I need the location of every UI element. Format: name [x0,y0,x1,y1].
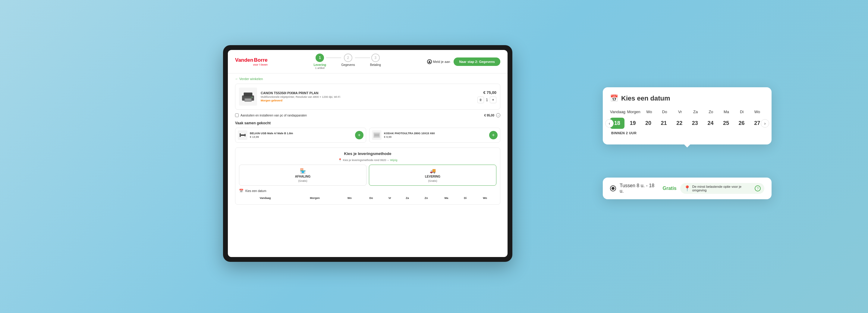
login-label: Meld je aan [433,60,450,64]
cal-date-19[interactable]: 19 [626,118,640,129]
cal-date-24[interactable]: 24 [704,118,718,129]
related-info-0: BELKIN USB Male A/ Male B 1.8m € 13,99 [250,132,352,138]
cal-date-23[interactable]: 23 [688,118,702,129]
logo: Vanden Borre voor 't leven [235,57,268,66]
calendar-icon: 📅 [610,95,618,102]
step-1-sublabel: 1 artikel [315,67,325,70]
qty-value: 1 [486,98,488,102]
svg-point-6 [251,97,252,98]
day-wo2: Wo [750,108,764,115]
samen-gekocht-title: Vaak samen gekocht [235,121,500,125]
eco-badge: 📍 De minst belastende optie voor je omge… [680,183,764,194]
svg-point-0 [429,61,430,62]
col-za: Za [398,195,417,201]
afhaling-option[interactable]: 🏪 AFHALING (Gratis) [239,165,367,186]
calendar-header: 📅 Kies een datum [610,95,764,102]
printer-icon [241,91,255,103]
binnen-label: BINNEN 2 UUR [610,131,764,135]
svg-rect-10 [244,134,246,136]
back-link[interactable]: ← Verder winkelen [235,77,500,81]
day-do: Do [658,108,672,115]
logo-vanden: Vanden [235,57,253,63]
time-label: Tussen 8 u. - 18 u. [620,183,658,194]
product-title: CANON TS5350I PIXMA PRINT PLAN [261,91,474,95]
svg-point-7 [252,97,253,98]
cal-nav-left[interactable]: ‹ [605,119,614,128]
add-related-1-button[interactable]: + [489,131,498,139]
day-zo: Zo [704,108,718,115]
related-img-1 [372,130,381,140]
service-row: Aansluiten en installeren van pc of rand… [235,113,500,117]
qty-controls: 🗑 1 + [477,97,496,103]
col-vandaag: Vandaag [239,195,291,201]
related-name-0: BELKIN USB Male A/ Male B 1.8m [250,132,352,135]
calendar-panel: 📅 Kies een datum Vandaag Morgen Wo Do Vr… [603,87,772,144]
cal-date-21[interactable]: 21 [657,118,671,129]
qty-increase-button[interactable]: + [490,97,496,103]
levering-option[interactable]: 🚚 LEVERING (Gratis) [369,165,496,186]
levering-section: Kies je leveringsmethode 📍 Kies je lever… [235,147,500,205]
wijzig-link[interactable]: Wijzig [390,159,397,162]
related-price-1: € 9,99 [384,135,487,138]
step-1: 1 Levering 1 artikel [313,54,326,70]
col-wo2: Wo [473,195,496,201]
cal-date-26[interactable]: 26 [735,118,749,129]
cal-date-25[interactable]: 25 [719,118,733,129]
calendar-days-header: Vandaag Morgen Wo Do Vr Za Zo Ma Di Wo [610,108,764,115]
calendar-dates: ‹ 18 19 20 21 22 23 24 25 26 27 › [610,118,764,129]
login-link[interactable]: Meld je aan [427,59,450,64]
col-vr: Vr [381,195,398,201]
afhaling-label: AFHALING [295,175,311,178]
logo-borre: Borre [254,57,267,63]
day-vandaag: Vandaag [610,108,625,115]
delivery-options: 🏪 AFHALING (Gratis) 🚚 LEVERING (Gratis) [239,165,496,186]
add-related-0-button[interactable]: + [355,131,364,139]
levering-sublabel: (Gratis) [428,179,437,182]
location-row: 📍 Kies je leveringsmethode rond 9920 – W… [239,158,496,162]
location-text: Kies je leveringsmethode rond 9920 [343,159,386,162]
day-vr: Vr [673,108,687,115]
step-3-label: Betaling [370,63,381,67]
related-products: BELKIN USB Male A/ Male B 1.8m € 13,99 + [235,128,500,143]
tablet-device: Vanden Borre voor 't leven 1 Levering 1 … [223,45,513,262]
cal-nav-right[interactable]: › [761,119,769,128]
svg-rect-4 [245,99,251,100]
step-3: 3 Betaling [370,54,381,67]
help-icon[interactable]: ? [755,185,761,192]
col-di: Di [457,195,473,201]
gratis-badge: Gratis [662,186,676,191]
calendar-small-icon: 📅 [239,189,244,193]
cal-date-22[interactable]: 22 [672,118,687,129]
service-price: € 95,00 [484,114,494,117]
product-info: CANON TS5350I PIXMA PRINT PLAN Multifunc… [261,91,474,102]
svg-rect-2 [244,93,253,96]
radio-inner [612,187,615,190]
eco-text: De minst belastende optie voor je omgevi… [692,185,753,192]
product-delivery: Morgen geleverd [261,99,474,102]
step-2: 2 Gegevens [341,54,355,67]
step-line-1 [326,58,341,58]
col-wo1: Wo [338,195,361,201]
delivery-time-panel: Tussen 8 u. - 18 u. Gratis 📍 De minst be… [603,178,772,199]
svg-rect-9 [241,135,244,136]
day-di: Di [735,108,749,115]
usb-icon [239,132,246,138]
col-do: Do [361,195,381,201]
delete-button[interactable]: 🗑 [477,97,484,103]
product-price: € 75,00 [484,90,496,95]
info-icon[interactable]: i [496,113,500,117]
date-picker-label: Kies een datum [245,189,267,193]
day-ma: Ma [719,108,733,115]
related-item-1: KODAK PHOTOULTRA 280G 10X15 X60 € 9,99 + [369,128,500,143]
afhaling-sublabel: (Gratis) [299,179,307,182]
service-checkbox[interactable] [235,113,239,117]
next-step-button[interactable]: Naar stap 2: Gegevens [454,58,500,66]
related-info-1: KODAK PHOTOULTRA 280G 10X15 X60 € 9,99 [384,132,487,138]
radio-selected[interactable] [610,185,616,192]
header-right: Meld je aan Naar stap 2: Gegevens [427,58,501,66]
cal-date-20[interactable]: 20 [641,118,655,129]
store-icon: 🏪 [300,168,306,174]
service-label: Aansluiten en installeren van pc of rand… [241,114,307,117]
product-image [239,88,257,106]
svg-rect-13 [374,134,379,136]
